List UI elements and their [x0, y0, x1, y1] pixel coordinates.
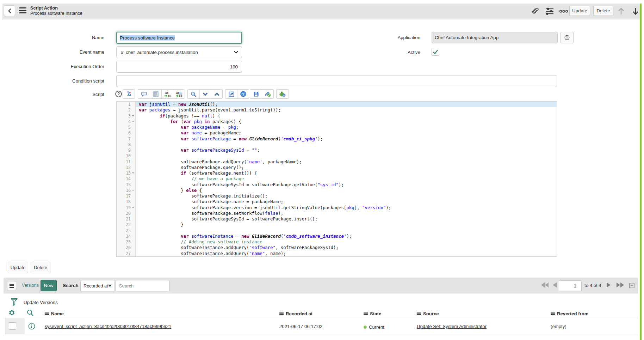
back-button[interactable]	[4, 5, 15, 16]
list-search-button[interactable]	[27, 309, 33, 317]
column-menu-icon	[279, 312, 284, 315]
replace-icon: ab ac	[164, 91, 171, 97]
column-header-state[interactable]: State	[364, 310, 381, 317]
format-code-button[interactable]	[150, 90, 161, 98]
toolbar-group-edit: ab ac ab ac	[138, 89, 185, 99]
first-page-button[interactable]	[541, 283, 549, 289]
code-lines[interactable]: var jsonUtil = new JsonUtil();var packag…	[136, 102, 557, 256]
syntax-editor-button[interactable]	[123, 90, 135, 98]
syntax-check-icon	[265, 91, 271, 97]
new-button[interactable]: New	[41, 280, 57, 291]
editor-search-button[interactable]	[188, 90, 199, 98]
toggle-comment-button[interactable]	[138, 90, 150, 98]
replace-all-icon: ab ac	[176, 91, 182, 97]
script-editor[interactable]: 123▾4▾5678910111213▾141516▾171819▾202122…	[116, 101, 557, 257]
debug-bug-icon	[279, 91, 286, 97]
chevron-up-bold-icon	[214, 92, 219, 96]
svg-text:?: ?	[242, 92, 244, 96]
debug-button[interactable]	[277, 90, 288, 98]
list-search-input[interactable]	[115, 280, 169, 291]
row-reverted-from: (empty)	[551, 324, 566, 329]
toolbar-group-debug	[276, 89, 289, 99]
filter-button[interactable]	[11, 298, 18, 308]
personalize-form-button[interactable]	[545, 7, 554, 16]
form-header-bar: Script Action Process software Instance	[2, 4, 640, 19]
related-list-menu-button[interactable]	[7, 281, 16, 290]
form-context-menu-icon[interactable]	[19, 7, 26, 13]
open-in-window-button[interactable]	[225, 90, 237, 98]
footer-delete-button[interactable]: Delete	[31, 262, 50, 273]
breadcrumb[interactable]: Update Versions	[24, 300, 58, 305]
replace-all-button[interactable]: ab ac	[173, 90, 185, 98]
form-subtitle: Process software Instance	[30, 11, 82, 16]
find-previous-button[interactable]	[211, 90, 222, 98]
active-checkbox[interactable]	[432, 48, 439, 56]
form-title-block: Script Action Process software Instance	[30, 6, 82, 16]
search-icon	[191, 91, 196, 97]
application-info-button[interactable]	[561, 32, 574, 43]
next-page-icon	[607, 283, 611, 287]
editor-help-button[interactable]: ?	[237, 90, 249, 98]
minimize-list-button[interactable]	[629, 283, 634, 290]
find-next-button[interactable]	[199, 90, 211, 98]
help-blue-icon: ?	[240, 91, 246, 97]
form-title: Script Action	[30, 6, 82, 11]
header-delete-button[interactable]: Delete	[593, 6, 613, 16]
last-page-button[interactable]	[617, 283, 624, 289]
syntax-check-button[interactable]	[262, 90, 273, 98]
row-state: Current	[369, 324, 384, 330]
column-header-source[interactable]: Source	[417, 310, 439, 317]
svg-text:ac: ac	[179, 94, 182, 97]
save-button[interactable]	[250, 90, 262, 98]
related-list-header-bar: Versions New Search Recorded at to 4 of …	[4, 278, 638, 293]
active-label: Active	[343, 50, 420, 55]
related-list-title[interactable]: Versions	[22, 283, 39, 288]
chevron-down-bold-icon	[203, 92, 208, 96]
event-name-select[interactable]: x_chef_automate.process.installation	[116, 46, 242, 58]
open-window-icon	[229, 91, 234, 97]
more-options-button[interactable]	[559, 7, 568, 16]
next-page-button[interactable]	[607, 283, 611, 289]
arrow-down-icon	[632, 7, 639, 15]
script-help-button[interactable]: ?	[115, 91, 122, 99]
condition-script-input[interactable]	[116, 75, 557, 87]
name-label: Name	[27, 35, 104, 40]
execution-order-input[interactable]: 100	[116, 61, 242, 73]
row-info-button[interactable]	[28, 323, 35, 331]
page-number-input[interactable]	[558, 280, 582, 291]
attachment-button[interactable]	[531, 7, 540, 16]
row-state-cell: Current	[364, 324, 384, 330]
toolbar-group-window: ?	[225, 89, 249, 99]
header-update-button[interactable]: Update	[569, 6, 590, 16]
search-field-select[interactable]: Recorded at	[80, 280, 115, 291]
column-header-reverted-from[interactable]: Reverted from	[551, 310, 588, 317]
row-name-link[interactable]: sysevent_script_action_8acd4f2d2f303010f…	[45, 324, 171, 329]
column-header-name[interactable]: Name	[45, 310, 64, 317]
condition-script-label: Condition script	[27, 78, 104, 84]
row-checkbox[interactable]	[9, 322, 16, 330]
script-pen-icon	[126, 91, 132, 97]
name-input[interactable]: Process software Instance	[116, 32, 242, 44]
row-recorded-at: 2021-06-17 06:17:02	[279, 324, 322, 329]
column-header-recorded-at[interactable]: Recorded at	[279, 310, 312, 317]
previous-page-button[interactable]	[553, 283, 557, 289]
footer-update-button[interactable]: Update	[8, 262, 28, 273]
chevron-left-icon	[8, 8, 11, 13]
name-input-value: Process software Instance	[120, 35, 175, 41]
list-personalize-button[interactable]	[8, 309, 15, 317]
next-record-button[interactable]	[631, 7, 640, 16]
previous-record-button[interactable]	[617, 7, 626, 16]
paging-range-text: to 4 of 4	[584, 283, 601, 288]
application-input: Chef Automate Integration App	[432, 32, 558, 43]
column-menu-icon	[551, 312, 555, 315]
green-edge-strip	[640, 4, 642, 340]
comment-icon	[141, 91, 147, 97]
column-label: State	[370, 311, 381, 316]
column-label: Source	[423, 311, 439, 316]
column-label: Reverted from	[557, 311, 588, 316]
previous-page-icon	[553, 283, 557, 287]
execution-order-label: Execution Order	[27, 64, 104, 69]
replace-button[interactable]: ab ac	[161, 90, 173, 98]
application-value: Chef Automate Integration App	[435, 35, 499, 40]
row-source-link[interactable]: Update Set: System Administrator	[417, 324, 487, 329]
